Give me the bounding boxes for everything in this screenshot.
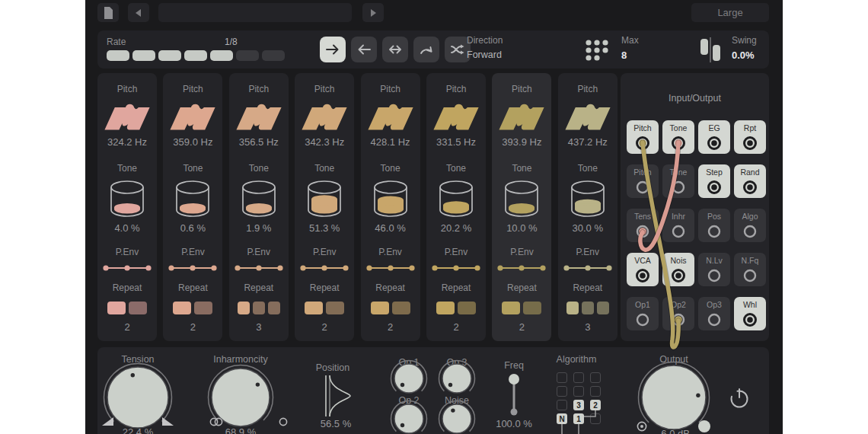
io-jack-label: Tone (662, 168, 694, 177)
algo-slot-r1c1[interactable] (557, 372, 567, 383)
io-jack-label: Rand (734, 168, 766, 177)
io-patch-panel: Input/Output PitchToneEGRptPitchToneStep… (621, 73, 769, 341)
tone-cup-control[interactable] (303, 178, 346, 219)
tone-cup-control[interactable] (435, 178, 477, 219)
window-size-button[interactable]: Large (691, 3, 769, 22)
pitch-wave-control[interactable] (498, 99, 545, 134)
pitch-label: Pitch (97, 84, 157, 94)
tone-cup-control[interactable] (566, 178, 609, 219)
io-jack-tone-r1[interactable]: Tone (662, 120, 694, 154)
pitch-wave-control[interactable] (564, 99, 611, 134)
io-jack-label: EG (698, 123, 730, 132)
io-jack-whl-r5[interactable]: Whl (734, 297, 766, 330)
repeat-blocks-control[interactable] (229, 302, 289, 318)
rate-pill-2[interactable] (132, 50, 155, 61)
io-jack-pitch-r1[interactable]: Pitch (627, 120, 659, 154)
pitch-env-control[interactable] (102, 263, 152, 273)
pitch-env-control[interactable] (299, 263, 349, 273)
io-jack-nfq-r4[interactable]: N.Fq (734, 253, 766, 286)
transport-strip: Rate 1/8 Direction Forward Max 8 Swing 0… (97, 30, 769, 69)
io-jack-rpt-r1[interactable]: Rpt (734, 120, 766, 154)
max-steps-icon[interactable] (584, 39, 610, 62)
repeat-blocks-control[interactable] (361, 302, 420, 318)
tone-cup-control[interactable] (238, 178, 280, 219)
direction-backward-icon (355, 40, 373, 59)
direction-backward-button[interactable] (351, 37, 377, 62)
voice-controls-panel: Tension 22.4 % Inharmoncity 68.9 % Posit… (97, 347, 769, 434)
tone-label: Tone (97, 163, 157, 174)
pitch-env-control[interactable] (234, 263, 284, 273)
rate-pill-6[interactable] (236, 50, 259, 61)
tone-cup-control[interactable] (171, 178, 214, 219)
preset-next-button[interactable] (362, 3, 384, 22)
tone-cup-control[interactable] (369, 178, 412, 219)
io-jack-tens-r3[interactable]: Tens (627, 209, 659, 242)
preset-prev-button[interactable] (128, 3, 149, 22)
pitch-wave-control[interactable] (104, 99, 151, 134)
algo-slot-r1c2[interactable] (573, 372, 584, 383)
repeat-blocks-control[interactable] (558, 302, 617, 318)
io-jack-rand-r2[interactable]: Rand (734, 164, 766, 198)
tone-cup-control[interactable] (500, 178, 543, 219)
io-jack-op2-r5[interactable]: Op2 (662, 297, 694, 330)
phase-icon (636, 420, 648, 432)
op2-knob[interactable] (389, 399, 429, 434)
io-jack-label: Pos (698, 212, 730, 221)
io-jack-step-r2[interactable]: Step (698, 164, 730, 198)
preset-menu-button[interactable] (97, 3, 119, 22)
rate-pill-5[interactable] (210, 50, 233, 61)
pitch-env-control[interactable] (365, 263, 416, 273)
rate-label: Rate (107, 37, 126, 47)
algo-slot-r1c3[interactable] (590, 372, 601, 383)
pitch-env-control[interactable] (563, 263, 613, 273)
pitch-wave-control[interactable] (367, 99, 414, 134)
rate-pill-4[interactable] (184, 50, 207, 61)
pitch-wave-control[interactable] (301, 99, 348, 134)
io-jack-nlv-r4[interactable]: N.Lv (698, 253, 730, 286)
io-jack-op1-r5[interactable]: Op1 (627, 297, 659, 330)
io-jack-nois-r4[interactable]: Nois (662, 253, 694, 286)
rate-pill-7[interactable] (262, 50, 285, 61)
io-jack-inhr-r3[interactable]: Inhr (662, 209, 694, 242)
io-jack-eg-r1[interactable]: EG (698, 120, 730, 154)
repeat-blocks-control[interactable] (163, 302, 222, 318)
direction-forward-button[interactable] (320, 37, 346, 62)
io-jack-algo-r3[interactable]: Algo (734, 209, 766, 242)
io-jack-pos-r3[interactable]: Pos (698, 209, 730, 242)
position-pluck-icon[interactable] (323, 375, 355, 417)
pitch-env-control[interactable] (431, 263, 481, 273)
direction-pingpong-button[interactable] (382, 37, 408, 62)
pitch-wave-control[interactable] (235, 99, 282, 134)
io-jack-vca-r4[interactable]: VCA (627, 253, 659, 286)
rate-pill-3[interactable] (158, 50, 181, 61)
direction-pendulum-icon (417, 40, 436, 59)
direction-label: Direction (467, 35, 503, 46)
pitch-value: 393.9 Hz (492, 136, 551, 148)
freq-slider[interactable] (506, 373, 522, 417)
io-jack-op3-r5[interactable]: Op3 (698, 297, 730, 330)
repeat-blocks-control[interactable] (295, 302, 354, 318)
swing-label: Swing (732, 35, 757, 46)
preset-name-field[interactable] (158, 3, 352, 22)
tone-cup-control[interactable] (106, 178, 148, 219)
repeat-blocks-control[interactable] (426, 302, 486, 318)
direction-pendulum-button[interactable] (413, 37, 439, 62)
limiter-dot[interactable] (698, 420, 710, 432)
pitch-wave-control[interactable] (169, 99, 216, 134)
swing-icon[interactable] (700, 37, 721, 63)
repeat-blocks-control[interactable] (97, 302, 157, 318)
pitch-label: Pitch (361, 84, 420, 94)
penv-label: P.Env (492, 247, 551, 257)
io-jack-pitch-r2[interactable]: Pitch (627, 164, 659, 198)
tone-value: 20.2 % (426, 222, 486, 234)
jack-socket-icon (669, 310, 688, 330)
io-jack-tone-r2[interactable]: Tone (662, 164, 694, 198)
pitch-env-control[interactable] (496, 263, 547, 273)
power-icon[interactable] (727, 386, 752, 410)
pitch-env-control[interactable] (168, 263, 218, 273)
rate-pill-1[interactable] (107, 50, 129, 61)
repeat-blocks-control[interactable] (492, 302, 551, 318)
repeat-block (305, 302, 323, 314)
pitch-wave-control[interactable] (432, 99, 480, 134)
noise-knob[interactable] (437, 399, 477, 434)
